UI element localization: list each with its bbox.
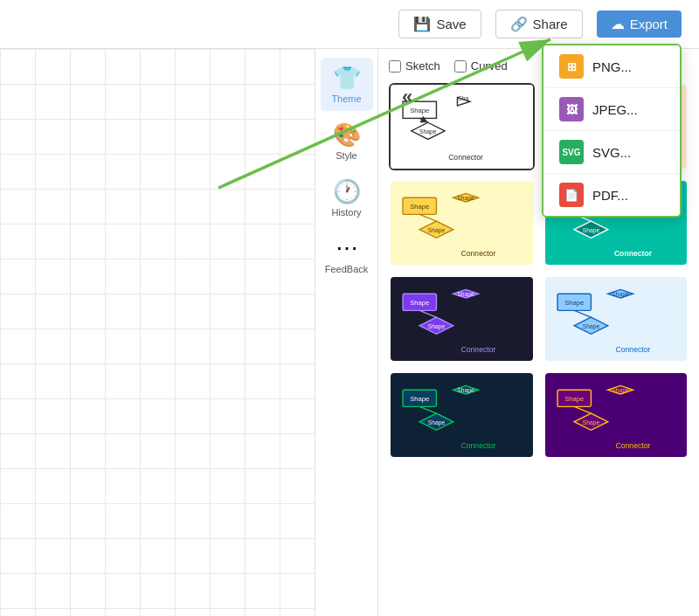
svg-line-42 xyxy=(419,310,436,317)
svg-text:Shape: Shape xyxy=(457,195,474,202)
save-label: Save xyxy=(436,17,466,31)
header-toolbar: 💾 Save 🔗 Share ☁ Export xyxy=(0,0,699,49)
svg-text:Shape: Shape xyxy=(410,203,429,211)
svg-text:Connector: Connector xyxy=(615,345,650,354)
jpeg-label: JPEG... xyxy=(592,102,638,117)
share-button[interactable]: 🔗 Share xyxy=(495,10,583,38)
icon-strip: 👕 Theme 🎨 Style 🕐 History ⋯ FeedBack xyxy=(315,49,378,616)
style-label: Style xyxy=(336,150,356,161)
svg-text:Shape: Shape xyxy=(457,291,474,298)
export-button[interactable]: ☁ Export xyxy=(597,10,682,38)
export-pdf-option[interactable]: 📄 PDF... xyxy=(543,174,680,216)
svg-icon: SVG xyxy=(559,140,584,164)
svg-text:Shape: Shape xyxy=(582,419,599,426)
save-icon: 💾 xyxy=(413,16,431,32)
svg-text:Shape: Shape xyxy=(419,128,437,135)
curved-checkbox-label[interactable]: Curved xyxy=(454,59,508,73)
theme-card-default[interactable]: Shape Sha Shape Connector xyxy=(389,83,535,170)
pdf-icon: 📄 xyxy=(559,183,584,207)
png-label: PNG... xyxy=(592,59,632,74)
theme-card-navy[interactable]: Shape Shape Shape Connector xyxy=(389,371,535,459)
svg-text:Shape: Shape xyxy=(410,107,429,114)
svg-text:Shape: Shape xyxy=(582,227,599,234)
svg-text:Connector: Connector xyxy=(613,249,652,258)
svg-text:Shape: Shape xyxy=(564,395,584,403)
svg-text:Connector: Connector xyxy=(615,441,650,450)
export-jpeg-option[interactable]: 🖼 JPEG... xyxy=(543,88,680,131)
history-icon: 🕐 xyxy=(333,178,361,205)
svg-text:Connector: Connector xyxy=(461,249,496,258)
sketch-checkbox[interactable] xyxy=(389,60,401,73)
sidebar-item-theme[interactable]: 👕 Theme xyxy=(321,58,373,111)
svg-label: SVG... xyxy=(592,145,631,160)
export-svg-option[interactable]: SVG SVG... xyxy=(543,131,680,174)
save-button[interactable]: 💾 Save xyxy=(398,10,481,38)
svg-text:Shape: Shape xyxy=(428,419,446,426)
svg-text:Shape: Shape xyxy=(410,395,429,403)
export-dropdown: ⊞ PNG... 🖼 JPEG... SVG SVG... 📄 PDF... xyxy=(542,44,682,218)
sidebar-item-style[interactable]: 🎨 Style xyxy=(321,114,373,168)
svg-line-26 xyxy=(419,214,436,221)
svg-text:Shape: Shape xyxy=(564,299,584,307)
theme-card-purplegold[interactable]: Shape Shape Shape Connector xyxy=(543,371,689,459)
svg-line-50 xyxy=(574,310,591,317)
history-label: History xyxy=(331,207,361,218)
sketch-checkbox-label[interactable]: Sketch xyxy=(389,59,440,73)
pdf-label: PDF... xyxy=(592,188,628,203)
svg-line-66 xyxy=(574,406,591,413)
svg-text:Shape: Shape xyxy=(428,227,446,234)
svg-text:Sha: Sha xyxy=(458,95,468,101)
svg-text:Connector: Connector xyxy=(461,345,496,354)
png-icon: ⊞ xyxy=(559,54,584,79)
svg-line-58 xyxy=(419,406,436,413)
theme-icon: 👕 xyxy=(333,65,361,92)
share-icon: 🔗 xyxy=(510,16,528,32)
svg-text:Shape: Shape xyxy=(410,299,429,307)
export-png-option[interactable]: ⊞ PNG... xyxy=(543,45,680,88)
sidebar-item-feedback[interactable]: ⋯ FeedBack xyxy=(321,228,373,281)
svg-text:Shape: Shape xyxy=(428,323,446,330)
jpeg-icon: 🖼 xyxy=(559,97,584,121)
export-label: Export xyxy=(630,17,668,31)
theme-card-yellow[interactable]: Shape Shape Shape Connector xyxy=(389,179,535,266)
sidebar-item-history[interactable]: 🕐 History xyxy=(321,171,373,225)
svg-text:Connector: Connector xyxy=(448,153,483,162)
feedback-icon: ⋯ xyxy=(336,235,358,262)
share-label: Share xyxy=(533,17,568,31)
svg-text:Shape: Shape xyxy=(582,323,599,330)
svg-text:Shape: Shape xyxy=(612,291,629,298)
theme-card-dark[interactable]: Shape Shape Shape Connector xyxy=(389,275,535,363)
curved-checkbox[interactable] xyxy=(454,60,467,73)
svg-text:Shape: Shape xyxy=(612,387,629,394)
feedback-label: FeedBack xyxy=(325,264,369,274)
theme-label: Theme xyxy=(331,93,361,104)
style-icon: 🎨 xyxy=(333,121,361,149)
svg-text:Connector: Connector xyxy=(461,441,496,450)
theme-card-lightblue[interactable]: Shape Shape Shape Connector xyxy=(543,275,689,363)
sketch-label: Sketch xyxy=(405,59,440,73)
curved-label: Curved xyxy=(471,59,508,73)
canvas xyxy=(0,49,315,616)
svg-text:Shape: Shape xyxy=(457,387,474,394)
export-icon: ☁ xyxy=(611,16,625,32)
